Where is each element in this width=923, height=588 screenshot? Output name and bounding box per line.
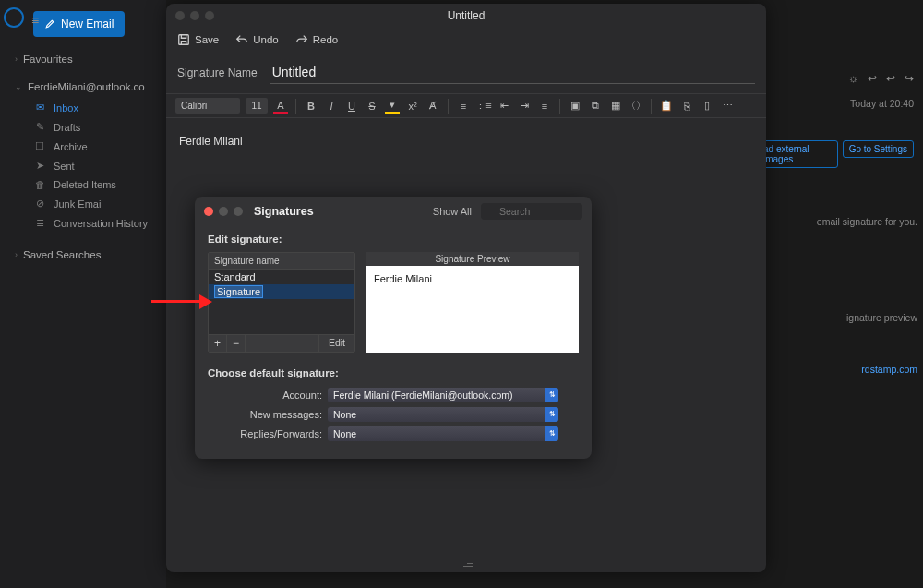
modal-traffic-lights[interactable]: [204, 207, 243, 216]
new-email-label: New Email: [61, 18, 114, 30]
favourites-header[interactable]: › Favourites: [15, 54, 161, 65]
window-titlebar[interactable]: Untitled: [166, 4, 766, 28]
more-button[interactable]: ⋯: [720, 99, 735, 114]
undo-icon: [235, 33, 248, 46]
italic-button[interactable]: I: [324, 99, 339, 114]
save-button[interactable]: Save: [177, 33, 219, 46]
indent-button[interactable]: ⇥: [517, 99, 532, 114]
signature-name-label: Signature Name: [177, 66, 258, 79]
background-mail-pane: ☼ ↩ ↩ ↪ Today at 20:40 ad external image…: [757, 0, 923, 588]
account-label: Account:: [208, 390, 328, 401]
go-settings-button[interactable]: Go to Settings: [843, 140, 914, 158]
folder-sent[interactable]: ➤Sent: [6, 156, 161, 175]
replies-select[interactable]: None⇅: [328, 426, 558, 441]
signature-name-input[interactable]: [270, 61, 755, 84]
signature-list-header: Signature name: [209, 253, 354, 270]
close-button[interactable]: [204, 207, 213, 216]
highlight-button[interactable]: ▾: [385, 99, 400, 114]
replies-label: Replies/Forwards:: [208, 428, 328, 439]
align-button[interactable]: ≡: [537, 99, 552, 114]
chevron-right-icon: ›: [15, 54, 18, 64]
table-button[interactable]: ▦: [608, 99, 623, 114]
app-sidebar: ≡ New Email › Favourites ⌄ FerdieMilani@…: [0, 0, 166, 588]
new-messages-label: New messages:: [208, 409, 328, 420]
redo-icon: [295, 33, 308, 46]
conversation-icon: ≣: [33, 217, 46, 229]
undo-button[interactable]: Undo: [235, 33, 279, 46]
modal-titlebar[interactable]: Signatures Show All 🔍: [195, 197, 592, 226]
new-email-button[interactable]: New Email: [33, 11, 125, 37]
strike-button[interactable]: S: [365, 99, 379, 114]
copy-button[interactable]: ⎘: [679, 99, 694, 114]
bullet-list-button[interactable]: ⋮≡: [476, 99, 491, 114]
saved-searches-header[interactable]: › Saved Searches: [15, 249, 161, 260]
number-list-button[interactable]: ≡: [456, 99, 471, 114]
forward-icon[interactable]: ↪: [905, 72, 914, 85]
pencil-icon: ✎: [33, 121, 46, 133]
account-select[interactable]: Ferdie Milani (FerdieMilani@outlook.com)…: [328, 388, 558, 402]
send-icon: ➤: [33, 160, 46, 172]
link-button[interactable]: ⧉: [588, 99, 603, 114]
preview-body: Ferdie Milani: [366, 266, 579, 353]
format-toolbar: A B I U S ▾ x² A̸ ≡ ⋮≡ ⇤ ⇥ ≡ ▣ ⧉ ▦ 〈〉 📋 …: [166, 93, 766, 118]
svg-rect-0: [179, 35, 189, 45]
folder-drafts[interactable]: ✎Drafts: [6, 117, 161, 137]
folder-junk[interactable]: ⊘Junk Email: [6, 194, 161, 213]
reply-icon[interactable]: ↩: [868, 72, 877, 85]
font-size-input[interactable]: [246, 98, 268, 114]
show-all-button[interactable]: Show All: [433, 206, 472, 217]
new-messages-select[interactable]: None⇅: [328, 407, 558, 422]
edit-signature-button[interactable]: Edit: [318, 335, 354, 352]
signature-row-standard[interactable]: Standard: [209, 270, 354, 284]
trash-icon: 🗑: [33, 179, 46, 190]
folder-archive[interactable]: ☐Archive: [6, 137, 161, 156]
add-signature-button[interactable]: +: [209, 335, 227, 352]
paste-button[interactable]: ▯: [700, 99, 714, 114]
signatures-modal: Signatures Show All 🔍 Edit signature: Si…: [195, 197, 592, 459]
code-button[interactable]: 〈〉: [629, 99, 643, 114]
modal-title: Signatures: [254, 205, 314, 218]
superscript-button[interactable]: x²: [405, 99, 420, 114]
clipboard-button[interactable]: 📋: [659, 99, 674, 114]
underline-button[interactable]: U: [344, 99, 359, 114]
redo-button[interactable]: Redo: [295, 33, 339, 46]
account-header[interactable]: ⌄ FerdieMilani@outlook.co: [15, 81, 161, 92]
compose-icon: [44, 18, 55, 30]
message-time: Today at 20:40: [850, 98, 914, 109]
hamburger-icon[interactable]: ≡: [31, 13, 39, 28]
search-input[interactable]: [481, 203, 582, 220]
resize-handle[interactable]: [460, 556, 473, 569]
signature-body[interactable]: Ferdie Milani: [166, 118, 766, 164]
image-button[interactable]: ▣: [568, 99, 582, 114]
folder-deleted[interactable]: 🗑Deleted Items: [6, 175, 161, 194]
edit-signature-label: Edit signature:: [208, 234, 579, 245]
signature-row-editing[interactable]: Signature: [209, 284, 354, 299]
archive-icon: ☐: [33, 140, 46, 152]
zoom-button[interactable]: [234, 207, 243, 216]
font-color-button[interactable]: A: [273, 99, 288, 114]
signature-link[interactable]: rdstamp.com: [861, 364, 917, 375]
chevron-down-icon: ⌄: [15, 82, 22, 91]
load-images-button[interactable]: ad external images: [757, 140, 838, 168]
clear-format-button[interactable]: A̸: [426, 99, 440, 114]
remove-signature-button[interactable]: −: [227, 335, 246, 352]
window-title: Untitled: [166, 9, 766, 22]
reply-all-icon[interactable]: ↩: [886, 72, 895, 85]
minimize-button[interactable]: [219, 207, 228, 216]
signature-preview: Signature Preview Ferdie Milani: [366, 252, 579, 353]
preview-header: Signature Preview: [366, 252, 579, 266]
inbox-icon: ✉: [33, 102, 46, 114]
editor-toolbar: Save Undo Redo: [166, 28, 766, 52]
sun-icon[interactable]: ☼: [848, 72, 858, 85]
folder-inbox[interactable]: ✉Inbox: [6, 98, 161, 117]
font-select[interactable]: [175, 98, 240, 114]
defaults-header: Choose default signature:: [208, 367, 579, 378]
outdent-button[interactable]: ⇤: [497, 99, 511, 114]
chevron-right-icon: ›: [15, 250, 18, 259]
folder-convo[interactable]: ≣Conversation History: [6, 213, 161, 233]
junk-icon: ⊘: [33, 198, 46, 210]
save-icon: [177, 33, 190, 46]
signature-list: Signature name Standard Signature + − Ed…: [208, 252, 355, 353]
globe-icon: [4, 7, 24, 28]
bold-button[interactable]: B: [304, 99, 318, 114]
